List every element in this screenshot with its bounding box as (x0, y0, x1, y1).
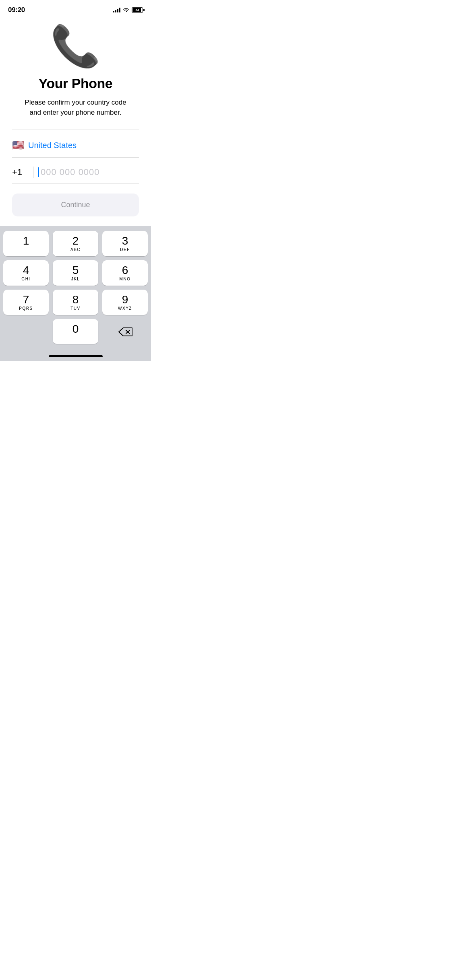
key-5[interactable]: 5 JKL (53, 260, 98, 286)
input-divider (33, 167, 33, 178)
status-bar: 09:20 84 (0, 0, 151, 18)
home-bar (49, 355, 103, 357)
home-indicator (0, 352, 151, 361)
key-2[interactable]: 2 ABC (53, 231, 98, 256)
key-7[interactable]: 7 PQRS (3, 290, 49, 315)
key-4[interactable]: 4 GHI (3, 260, 49, 286)
status-icons: 84 (113, 7, 143, 13)
continue-button[interactable]: Continue (12, 194, 139, 216)
page-subtitle: Please confirm your country codeand ente… (25, 98, 126, 117)
country-code: +1 (12, 167, 28, 177)
delete-icon (118, 326, 132, 338)
main-content: 📞 Your Phone Please confirm your country… (0, 18, 151, 216)
key-empty (3, 319, 49, 344)
keypad: 1 2 ABC 3 DEF 4 GHI 5 JKL 6 MNO 7 PQRS (0, 226, 151, 352)
country-selector[interactable]: 🇺🇸 United States (12, 136, 139, 154)
phone-input-row[interactable]: +1 000 000 0000 (12, 161, 139, 184)
wifi-icon (123, 8, 129, 12)
delete-button[interactable] (102, 319, 148, 344)
page-title: Your Phone (39, 76, 112, 91)
key-3[interactable]: 3 DEF (102, 231, 148, 256)
phone-placeholder: 000 000 0000 (41, 167, 100, 177)
keypad-grid: 1 2 ABC 3 DEF 4 GHI 5 JKL 6 MNO 7 PQRS (2, 231, 149, 344)
key-9[interactable]: 9 WXYZ (102, 290, 148, 315)
phone-icon: 📞 (50, 26, 101, 66)
key-6[interactable]: 6 MNO (102, 260, 148, 286)
key-0[interactable]: 0 (53, 319, 98, 344)
key-1[interactable]: 1 (3, 231, 49, 256)
key-8[interactable]: 8 TUV (53, 290, 98, 315)
top-divider (12, 130, 139, 130)
signal-icon (113, 8, 120, 12)
country-name: United States (28, 141, 77, 150)
battery-icon: 84 (132, 7, 143, 13)
country-flag: 🇺🇸 (12, 140, 24, 151)
cursor (38, 167, 39, 177)
status-time: 09:20 (8, 6, 25, 14)
mid-divider (12, 157, 139, 158)
